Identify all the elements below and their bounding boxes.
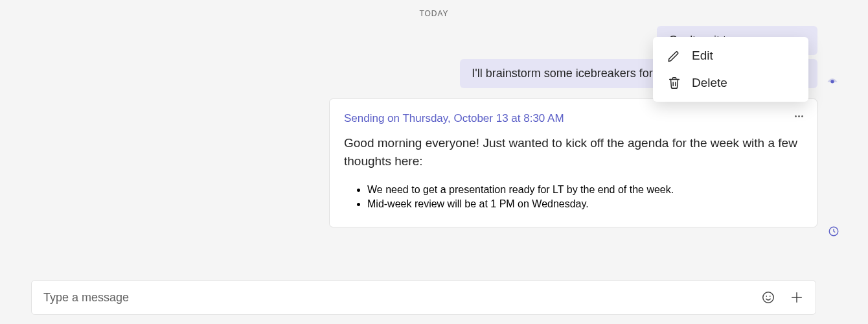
delete-label: Delete — [692, 76, 727, 90]
list-item: We need to get a presentation ready for … — [367, 184, 803, 196]
svg-point-2 — [763, 292, 774, 303]
pencil-icon — [667, 49, 681, 63]
more-options-button[interactable] — [790, 106, 808, 124]
plus-icon[interactable] — [790, 290, 804, 305]
delete-menu-item[interactable]: Delete — [653, 69, 808, 97]
scheduled-timestamp: Sending on Thursday, October 13 at 8:30 … — [344, 112, 803, 125]
message-context-menu: Edit Delete — [653, 37, 808, 102]
scheduled-bullet-list: We need to get a presentation ready for … — [344, 184, 803, 210]
scheduled-clock-icon — [828, 226, 839, 237]
svg-point-3 — [766, 295, 767, 297]
seen-indicator-icon — [827, 77, 838, 85]
svg-point-4 — [770, 295, 771, 297]
scheduled-body-text: Good morning everyone! Just wanted to ki… — [344, 134, 803, 170]
edit-menu-item[interactable]: Edit — [653, 42, 808, 69]
edit-label: Edit — [692, 49, 713, 63]
message-composer — [31, 280, 816, 315]
trash-icon — [667, 76, 681, 90]
message-input[interactable] — [43, 291, 761, 305]
scheduled-message-card[interactable]: Sending on Thursday, October 13 at 8:30 … — [329, 98, 817, 227]
emoji-icon[interactable] — [761, 290, 775, 305]
list-item: Mid-week review will be at 1 PM on Wedne… — [367, 198, 803, 210]
svg-point-0 — [830, 80, 834, 83]
date-divider: TODAY — [0, 0, 868, 26]
